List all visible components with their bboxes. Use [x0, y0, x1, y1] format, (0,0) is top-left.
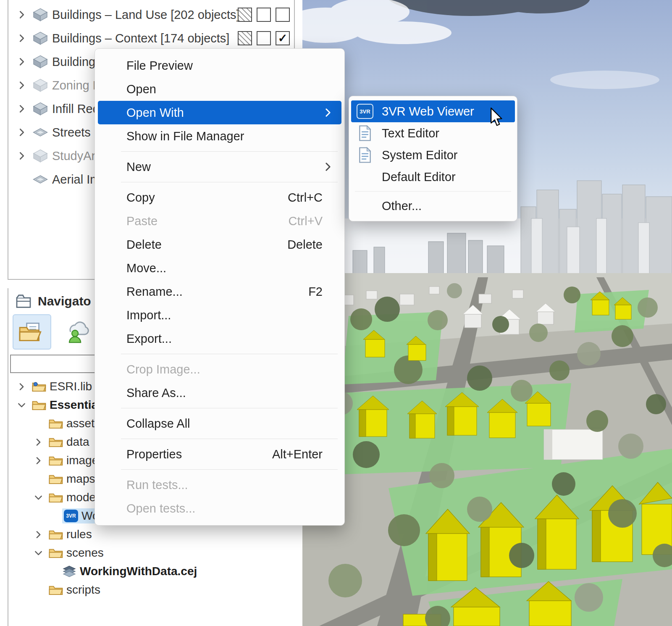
- chevron-right-icon[interactable]: [34, 457, 49, 465]
- chevron-right-icon[interactable]: [18, 105, 33, 113]
- tree-row-workingwithdata-cej[interactable]: WorkingWithData.cej: [8, 562, 295, 581]
- layer-row[interactable]: Buildings – Context [174 objects] ✓: [8, 26, 294, 50]
- tree-row-scripts[interactable]: scripts: [8, 581, 295, 599]
- folder-icon: [49, 547, 66, 559]
- folder-icon: [49, 584, 66, 596]
- chevron-right-icon[interactable]: [18, 34, 33, 42]
- menu-item-new[interactable]: New: [95, 155, 344, 179]
- layer-row[interactable]: Buildings – Land Use [202 objects]: [8, 3, 294, 26]
- cloud-person-icon: [64, 321, 90, 343]
- 3vr-app-icon: 3VR: [357, 104, 373, 119]
- cej-layers-icon: [62, 566, 80, 577]
- menu-item-show-in-file-manager[interactable]: Show in File Manager: [95, 124, 344, 148]
- document-icon: [357, 125, 373, 142]
- menu-item-run-tests: Run tests...: [95, 473, 344, 497]
- folder-icon: [49, 455, 66, 466]
- chevron-right-icon[interactable]: [18, 11, 33, 19]
- folder-icon: [49, 436, 66, 448]
- menu-item-rename[interactable]: Rename...F2: [95, 280, 344, 303]
- menu-item-share-as[interactable]: Share As...: [95, 381, 344, 405]
- 3vr-file-icon: 3VR: [64, 510, 78, 522]
- city-scene: [302, 0, 672, 626]
- app-window: Buildings – Land Use [202 objects] Build…: [0, 0, 672, 626]
- chevron-right-icon[interactable]: [34, 531, 49, 539]
- layer-checkbox-checked[interactable]: ✓: [276, 31, 290, 45]
- menu-item-paste: PasteCtrl+V: [95, 209, 344, 233]
- menu-separator: [121, 182, 338, 182]
- folder-icon: [32, 399, 50, 411]
- layer-cube-icon: [33, 8, 52, 21]
- menu-item-import[interactable]: Import...: [95, 303, 344, 327]
- submenu-item-system-editor[interactable]: System Editor: [349, 144, 517, 166]
- layer-cube-icon: [33, 32, 52, 45]
- layer-cube-icon: [33, 79, 52, 92]
- layer-label: Buildings – Land Use [202 objects]: [52, 8, 238, 22]
- layer-checkbox[interactable]: [257, 8, 271, 22]
- layer-checkbox[interactable]: [276, 8, 290, 22]
- navigator-view-icon: [16, 295, 31, 308]
- chevron-right-icon[interactable]: [18, 383, 32, 391]
- submenu-arrow-icon: [323, 108, 333, 117]
- navigator-title: Navigato: [38, 294, 91, 308]
- library-folder-icon: [32, 381, 50, 392]
- layer-label: Buildings – Context [174 objects]: [52, 32, 238, 45]
- viewport-3d[interactable]: [302, 0, 672, 626]
- menu-item-delete[interactable]: DeleteDelete: [95, 233, 344, 256]
- layer-checkbox-hatched[interactable]: [238, 31, 252, 45]
- aerial-image-layer-icon: [33, 173, 52, 186]
- menu-item-move[interactable]: Move...: [95, 256, 344, 280]
- layer-checkbox[interactable]: [257, 31, 271, 45]
- menu-item-crop-image: Crop Image...: [95, 358, 344, 381]
- tree-row-rules[interactable]: rules: [8, 525, 295, 544]
- layer-cube-icon: [33, 55, 52, 68]
- menu-item-open[interactable]: Open: [95, 77, 344, 101]
- menu-item-open-with[interactable]: Open With: [98, 101, 341, 124]
- open-workspace-button[interactable]: [13, 314, 51, 350]
- submenu-item-other[interactable]: Other...: [349, 195, 517, 217]
- chevron-down-icon[interactable]: [34, 549, 49, 557]
- document-icon: [357, 147, 373, 163]
- menu-item-open-tests: Open tests...: [95, 497, 344, 520]
- menu-separator: [121, 469, 338, 470]
- streets-layer-icon: [33, 126, 52, 139]
- folder-icon: [49, 473, 66, 485]
- layer-checkbox-hatched[interactable]: [238, 8, 252, 22]
- chevron-right-icon[interactable]: [18, 81, 33, 89]
- chevron-down-icon[interactable]: [18, 401, 32, 409]
- menu-separator: [121, 151, 338, 152]
- menu-item-properties[interactable]: PropertiesAlt+Enter: [95, 442, 344, 466]
- menu-item-file-preview[interactable]: File Preview: [95, 54, 344, 77]
- chevron-right-icon[interactable]: [18, 152, 33, 160]
- chevron-right-icon[interactable]: [18, 58, 33, 66]
- menu-item-copy[interactable]: CopyCtrl+C: [95, 186, 344, 209]
- layer-cube-icon: [33, 149, 52, 163]
- menu-separator: [121, 408, 338, 408]
- tree-row-scenes[interactable]: scenes: [8, 544, 295, 562]
- chevron-right-icon[interactable]: [34, 438, 49, 446]
- cloud-user-button[interactable]: [58, 314, 97, 350]
- menu-item-collapse-all[interactable]: Collapse All: [95, 412, 344, 435]
- mouse-cursor: [490, 108, 504, 127]
- menu-separator: [121, 354, 338, 354]
- folder-icon: [49, 492, 66, 503]
- menu-separator: [121, 439, 338, 439]
- menu-separator: [355, 191, 511, 192]
- chevron-down-icon[interactable]: [34, 494, 49, 502]
- folder-icon: [49, 529, 66, 540]
- chevron-right-icon[interactable]: [18, 128, 33, 137]
- open-folder-icon: [19, 321, 45, 343]
- folder-icon: [49, 418, 66, 429]
- context-menu: File Preview Open Open With Show in File…: [94, 48, 345, 526]
- submenu-item-default-editor[interactable]: Default Editor: [349, 166, 517, 188]
- menu-item-export[interactable]: Export...: [95, 327, 344, 350]
- layer-cube-icon: [33, 102, 52, 116]
- submenu-arrow-icon: [323, 162, 333, 171]
